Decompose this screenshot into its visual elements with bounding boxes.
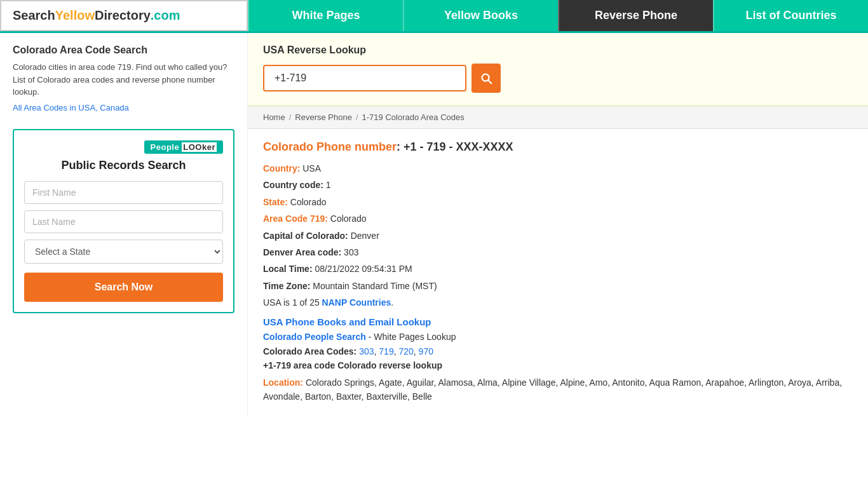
- nav-reverse-phone[interactable]: Reverse Phone: [558, 0, 713, 31]
- sidebar-description: Colorado cities in area code 719. Find o…: [13, 61, 234, 98]
- colorado-search-row: Colorado People Search - White Pages Loo…: [263, 330, 853, 344]
- reverse-lookup-title: +1-719 area code Colorado reverse lookup: [263, 360, 853, 370]
- breadcrumb-reverse-phone[interactable]: Reverse Phone: [295, 112, 352, 122]
- nanp-dot: .: [391, 297, 393, 308]
- country-row: Country: USA: [263, 161, 853, 175]
- heading-orange: Colorado Phone number: [263, 140, 397, 153]
- area-code-303[interactable]: 303: [359, 346, 374, 356]
- usa-lookup-link[interactable]: USA Phone Books and Email Lookup: [263, 316, 853, 327]
- timezone-value: Mountain Standard Time (MST): [313, 281, 437, 291]
- nanp-link[interactable]: NANP Countries: [322, 297, 391, 308]
- country-code-row: Country code: 1: [263, 178, 853, 192]
- phone-search-button[interactable]: [471, 64, 501, 93]
- widget-title: Public Records Search: [24, 159, 223, 172]
- area-code-row: Area Code 719: Colorado: [263, 212, 853, 226]
- area-code-value: Colorado: [330, 214, 367, 224]
- capital-row: Capital of Colorado: Denver: [263, 229, 853, 243]
- capital-value: Denver: [351, 231, 379, 241]
- sidebar: Colorado Area Code Search Colorado citie…: [0, 33, 248, 416]
- search-bar-row: [263, 64, 853, 93]
- content-area: Colorado Phone number: +1 - 719 - XXX-XX…: [248, 129, 868, 416]
- search-now-button[interactable]: Search Now: [24, 273, 223, 302]
- denver-value: 303: [344, 247, 358, 257]
- widget-header: People LOOker: [24, 140, 223, 154]
- nanp-text: USA is 1 of 25: [263, 297, 322, 308]
- nanp-row: USA is 1 of 25 NANP Countries.: [263, 295, 853, 309]
- white-pages-text: - White Pages Lookup: [366, 332, 456, 342]
- logo-yellow: Yellow: [55, 8, 95, 23]
- logo-com: .com: [151, 8, 180, 23]
- nav-list-of-countries[interactable]: List of Countries: [713, 0, 868, 31]
- capital-label: Capital of Colorado:: [263, 231, 348, 241]
- country-code-label: Country code:: [263, 180, 323, 190]
- breadcrumb: Home / Reverse Phone / 1-719 Colorado Ar…: [248, 106, 868, 129]
- public-records-widget: People LOOker Public Records Search Sele…: [13, 129, 234, 313]
- page-heading: Colorado Phone number: +1 - 719 - XXX-XX…: [263, 140, 853, 154]
- timezone-row: Time Zone: Mountain Standard Time (MST): [263, 279, 853, 293]
- timezone-label: Time Zone:: [263, 281, 310, 291]
- area-codes-row: Colorado Area Codes: 303, 719, 720, 970: [263, 346, 853, 356]
- country-code-value: 1: [326, 180, 331, 190]
- local-time-label: Local Time:: [263, 264, 313, 274]
- logo-directory: Directory: [95, 8, 151, 23]
- people-looker-badge: People LOOker: [144, 140, 223, 154]
- search-bar-label: USA Reverse Lookup: [263, 44, 853, 56]
- sidebar-title: Colorado Area Code Search: [13, 44, 234, 56]
- heading-black: : +1 - 719 - XXX-XXXX: [397, 140, 513, 153]
- denver-row: Denver Area code: 303: [263, 245, 853, 259]
- area-code-720[interactable]: 720: [398, 346, 413, 356]
- site-logo[interactable]: SearchYellowDirectory.com: [0, 0, 248, 31]
- badge-looker: LOOker: [182, 142, 217, 152]
- breadcrumb-sep-1: /: [289, 112, 292, 122]
- phone-search-input[interactable]: [263, 65, 466, 92]
- colorado-people-search-link[interactable]: Colorado People Search: [263, 332, 366, 342]
- state-value: Colorado: [290, 197, 327, 207]
- search-icon: [479, 71, 493, 85]
- country-value: USA: [302, 163, 321, 173]
- local-time-row: Local Time: 08/21/2022 09:54:31 PM: [263, 262, 853, 276]
- logo-search: Search: [13, 8, 55, 23]
- search-bar-area: USA Reverse Lookup: [248, 33, 868, 106]
- breadcrumb-sep-2: /: [356, 112, 358, 122]
- state-select[interactable]: Select a State: [24, 240, 223, 264]
- location-text: Location: Colorado Springs, Agate, Aguil…: [263, 376, 853, 404]
- state-row: State: Colorado: [263, 195, 853, 209]
- nav-white-pages[interactable]: White Pages: [248, 0, 403, 31]
- nav-bar: SearchYellowDirectory.com White Pages Ye…: [0, 0, 868, 33]
- area-codes-link[interactable]: All Area Codes in USA, Canada: [13, 103, 129, 112]
- area-code-719[interactable]: 719: [379, 346, 393, 356]
- main-content: USA Reverse Lookup Home / Reverse Phone …: [248, 33, 868, 416]
- last-name-input[interactable]: [24, 210, 223, 233]
- nav-yellow-books[interactable]: Yellow Books: [403, 0, 558, 31]
- location-value: Colorado Springs, Agate, Aguilar, Alamos…: [263, 377, 842, 402]
- denver-label: Denver Area code:: [263, 247, 341, 257]
- location-label: Location:: [263, 377, 303, 388]
- area-codes-label: Colorado Area Codes:: [263, 346, 356, 356]
- breadcrumb-home[interactable]: Home: [263, 112, 285, 122]
- country-label: Country:: [263, 163, 300, 173]
- local-time-value: 08/21/2022 09:54:31 PM: [315, 264, 412, 274]
- breadcrumb-current: 1-719 Colorado Area Codes: [362, 112, 465, 122]
- area-code-970[interactable]: 970: [419, 346, 433, 356]
- badge-people: People: [151, 142, 180, 152]
- area-codes-values: 303, 719, 720, 970: [359, 346, 433, 356]
- first-name-input[interactable]: [24, 181, 223, 204]
- area-code-label: Area Code 719:: [263, 214, 328, 224]
- page-body: Colorado Area Code Search Colorado citie…: [0, 33, 868, 416]
- state-label: State:: [263, 197, 288, 207]
